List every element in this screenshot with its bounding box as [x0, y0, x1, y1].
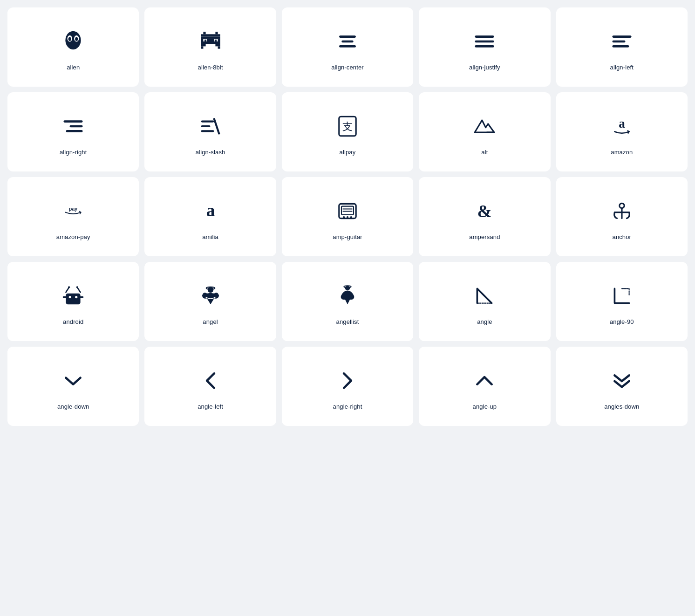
icon-card-amazon-pay[interactable]: pay amazon-pay — [7, 177, 139, 256]
android-label: android — [63, 318, 83, 325]
svg-rect-8 — [201, 36, 220, 39]
angle-90-icon — [610, 282, 634, 310]
anchor-label: anchor — [613, 233, 632, 240]
svg-point-3 — [68, 37, 71, 41]
svg-rect-42 — [341, 206, 354, 214]
icon-card-alt[interactable]: alt — [419, 92, 550, 171]
icon-card-anchor[interactable]: anchor — [556, 177, 688, 256]
angle-left-icon — [198, 367, 223, 395]
icon-card-align-justify[interactable]: align-justify — [419, 7, 550, 87]
align-slash-label: align-slash — [196, 149, 225, 156]
svg-line-59 — [77, 287, 81, 292]
svg-line-34 — [214, 119, 218, 133]
icon-card-alipay[interactable]: 支 alipay — [282, 92, 413, 171]
svg-point-54 — [69, 296, 71, 298]
icon-card-amilia[interactable]: a amilia — [144, 177, 276, 256]
svg-point-64 — [345, 286, 350, 290]
icon-card-amp-guitar[interactable]: amp-guitar — [282, 177, 413, 256]
icon-card-align-slash[interactable]: align-slash — [144, 92, 276, 171]
svg-rect-6 — [215, 32, 218, 34]
amilia-label: amilia — [202, 233, 218, 240]
svg-text:a: a — [619, 116, 625, 130]
icon-grid: alien alien-8bit align-center align-just… — [7, 7, 688, 426]
svg-point-45 — [350, 216, 352, 218]
icon-card-angellist[interactable]: angellist — [282, 262, 413, 341]
align-right-icon — [61, 112, 85, 140]
angles-down-label: angles-down — [604, 403, 639, 410]
angle-down-label: angle-down — [57, 403, 89, 410]
angle-right-icon — [335, 367, 360, 395]
amazon-pay-icon: pay — [61, 197, 85, 225]
amazon-label: amazon — [611, 149, 633, 156]
icon-card-angles-down[interactable]: angles-down — [556, 347, 688, 426]
align-left-icon — [610, 27, 634, 55]
svg-text:支: 支 — [342, 121, 353, 132]
icon-card-angle-left[interactable]: angle-left — [144, 347, 276, 426]
angle-up-icon — [472, 367, 497, 395]
svg-rect-17 — [201, 46, 203, 48]
icon-card-angle-down[interactable]: angle-down — [7, 347, 139, 426]
align-justify-label: align-justify — [469, 64, 500, 71]
svg-point-61 — [76, 286, 78, 288]
angles-down-icon — [610, 367, 634, 395]
icon-card-angle[interactable]: angle — [419, 262, 550, 341]
angel-icon — [198, 282, 223, 310]
icon-card-align-right[interactable]: align-right — [7, 92, 139, 171]
angle-up-label: angle-up — [473, 403, 497, 410]
angle-icon — [472, 282, 497, 310]
angle-down-icon — [61, 367, 85, 395]
svg-rect-5 — [203, 32, 205, 34]
align-justify-icon — [472, 27, 497, 55]
alt-label: alt — [481, 149, 488, 156]
svg-point-44 — [347, 216, 348, 218]
alipay-icon: 支 — [335, 112, 360, 140]
alien-icon — [61, 27, 85, 55]
align-slash-icon — [198, 112, 223, 140]
svg-rect-15 — [201, 44, 205, 46]
angle-label: angle — [477, 318, 492, 325]
svg-point-4 — [75, 37, 78, 41]
icon-card-amazon[interactable]: a amazon — [556, 92, 688, 171]
icon-card-align-center[interactable]: align-center — [282, 7, 413, 87]
alien-8bit-label: alien-8bit — [198, 64, 223, 71]
svg-point-60 — [68, 286, 70, 288]
align-left-label: align-left — [610, 64, 634, 71]
icon-card-align-left[interactable]: align-left — [556, 7, 688, 87]
alipay-label: alipay — [340, 149, 356, 156]
ampersand-icon: & — [472, 197, 497, 225]
alt-icon — [472, 112, 497, 140]
angle-right-label: angle-right — [333, 403, 362, 410]
icon-card-alien-8bit[interactable]: alien-8bit — [144, 7, 276, 87]
svg-rect-13 — [204, 39, 206, 41]
svg-rect-10 — [201, 41, 220, 44]
angellist-label: angellist — [336, 318, 359, 325]
icon-card-angle-right[interactable]: angle-right — [282, 347, 413, 426]
svg-text:pay: pay — [69, 206, 77, 211]
svg-point-55 — [75, 296, 77, 298]
icon-card-android[interactable]: android — [7, 262, 139, 341]
svg-rect-14 — [214, 39, 216, 41]
angel-label: angel — [203, 318, 218, 325]
android-icon — [61, 282, 85, 310]
align-center-label: align-center — [331, 64, 364, 71]
svg-rect-16 — [215, 44, 220, 46]
amilia-icon: a — [198, 197, 223, 225]
svg-point-43 — [343, 216, 345, 218]
anchor-icon — [610, 197, 634, 225]
angle-left-label: angle-left — [198, 403, 223, 410]
amp-guitar-icon — [335, 197, 360, 225]
icon-card-alien[interactable]: alien — [7, 7, 139, 87]
svg-rect-7 — [201, 34, 220, 36]
icon-card-angle-up[interactable]: angle-up — [419, 347, 550, 426]
amazon-icon: a — [610, 112, 634, 140]
svg-text:&: & — [477, 202, 492, 221]
svg-text:a: a — [206, 201, 215, 220]
icon-card-angel[interactable]: angel — [144, 262, 276, 341]
angellist-icon — [335, 282, 360, 310]
svg-line-58 — [66, 287, 69, 292]
icon-card-ampersand[interactable]: & ampersand — [419, 177, 550, 256]
icon-card-angle-90[interactable]: angle-90 — [556, 262, 688, 341]
svg-rect-53 — [66, 293, 81, 304]
alien-8bit-icon — [198, 27, 223, 55]
svg-rect-18 — [218, 46, 220, 48]
